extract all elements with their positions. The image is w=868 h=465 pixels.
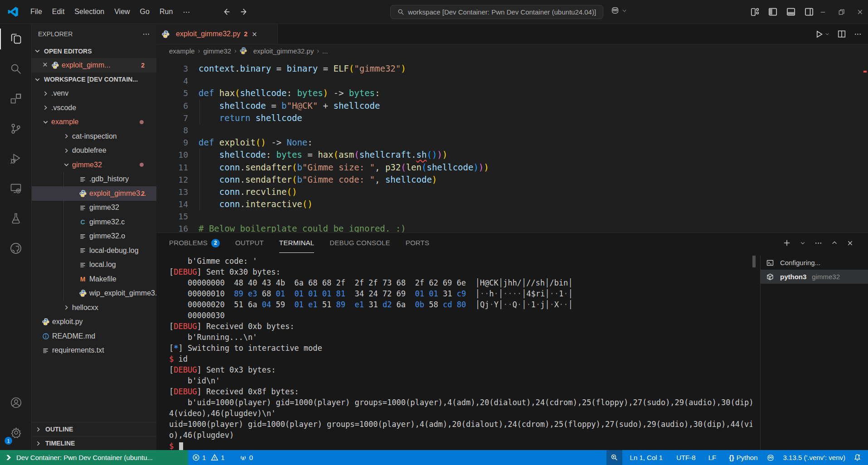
code-line-15[interactable]: 15 bbox=[156, 210, 868, 223]
menu-go[interactable]: Go bbox=[135, 5, 155, 19]
encoding-indicator[interactable]: UTF-8 bbox=[672, 450, 700, 465]
code-line-14[interactable]: 14 conn.interactive() bbox=[156, 198, 868, 210]
settings-gear-icon[interactable]: 1 bbox=[0, 417, 32, 447]
code-line-6[interactable]: 6 shellcode = b"H@CK" + shellcode bbox=[156, 100, 868, 112]
code-line-3[interactable]: 3context.binary = binary = ELF("gimme32"… bbox=[156, 63, 868, 75]
toggle-primary-sidebar-icon[interactable] bbox=[768, 7, 777, 16]
code-line-10[interactable]: 10 shellcode: bytes = hax(asm(shellcraft… bbox=[156, 149, 868, 161]
tree-item-vscode[interactable]: .vscode bbox=[32, 101, 156, 115]
menu-view[interactable]: View bbox=[109, 5, 135, 19]
new-terminal-icon[interactable] bbox=[783, 239, 791, 247]
tree-item-exploit-py[interactable]: exploit.py bbox=[32, 315, 156, 329]
customize-layout-icon[interactable] bbox=[751, 8, 759, 16]
code-line-4[interactable]: 4 bbox=[156, 75, 868, 87]
panel-tab-ports[interactable]: PORTS bbox=[406, 233, 429, 253]
code-line-11[interactable]: 11 conn.sendafter(b"Gimme size: ", p32(l… bbox=[156, 161, 868, 174]
menu-[interactable]: ⋯ bbox=[178, 5, 195, 19]
account-icon[interactable] bbox=[0, 388, 32, 417]
tree-item-readme-md[interactable]: README.md bbox=[32, 329, 156, 344]
code-line-7[interactable]: 7 return shellcode bbox=[156, 112, 868, 124]
terminal-output[interactable]: b'Gimme code: '[DEBUG] Sent 0x30 bytes: … bbox=[156, 256, 752, 450]
code-editor[interactable]: 3context.binary = binary = ELF("gimme32"… bbox=[156, 57, 868, 232]
panel-tab-debug-console[interactable]: DEBUG CONSOLE bbox=[330, 233, 390, 253]
section-outline[interactable]: OUTLINE bbox=[32, 422, 156, 436]
menu-selection[interactable]: Selection bbox=[69, 5, 109, 19]
back-arrow-icon[interactable] bbox=[222, 7, 231, 16]
restore-window-icon[interactable] bbox=[838, 9, 845, 15]
copilot-menu[interactable] bbox=[610, 5, 627, 15]
tree-item-gimme32-c[interactable]: Cgimme32.c bbox=[32, 215, 156, 229]
activity-search-icon[interactable] bbox=[0, 54, 32, 84]
tree-item-wip-exploit-gimme3[interactable]: wip_exploit_gimme3... bbox=[32, 286, 156, 301]
tree-item-cat-inspection[interactable]: cat-inspection bbox=[32, 129, 156, 144]
close-window-icon[interactable] bbox=[857, 9, 863, 15]
panel-tab-terminal[interactable]: TERMINAL bbox=[279, 233, 314, 253]
section-timeline[interactable]: TIMELINE bbox=[32, 436, 156, 450]
tree-item-gdb-history[interactable]: .gdb_history bbox=[32, 172, 156, 187]
toggle-panel-icon[interactable] bbox=[786, 7, 795, 16]
tree-item-makefile[interactable]: MMakefile bbox=[32, 272, 156, 286]
tree-item-gimme32[interactable]: gimme32 bbox=[32, 158, 156, 172]
editor-more-actions-icon[interactable] bbox=[854, 30, 862, 38]
tree-item-example[interactable]: example bbox=[32, 115, 156, 130]
tab-exploit-gimme32[interactable]: exploit_gimme32.py 2 bbox=[156, 24, 278, 44]
code-line-5[interactable]: 5def hax(shellcode: bytes) -> bytes: bbox=[156, 87, 868, 99]
activity-extensions-icon[interactable] bbox=[0, 84, 32, 114]
open-editors-header[interactable]: OPEN EDITORS bbox=[32, 44, 156, 58]
run-python-file-button[interactable] bbox=[815, 30, 829, 39]
tree-item-hellocxx[interactable]: hellocxx bbox=[32, 300, 156, 315]
activity-github-icon[interactable] bbox=[0, 233, 32, 263]
terminal-instance-python3[interactable]: $python3gimme32 bbox=[761, 270, 868, 284]
tree-item-local-debug-log[interactable]: local-debug.log bbox=[32, 243, 156, 258]
tree-item-doublefree[interactable]: doublefree bbox=[32, 144, 156, 158]
minimize-window-icon[interactable] bbox=[820, 9, 826, 15]
terminal-scrollbar[interactable] bbox=[752, 256, 756, 267]
activity-explorer-icon[interactable] bbox=[0, 24, 32, 54]
activity-source-control-icon[interactable] bbox=[0, 114, 32, 144]
panel-tab-output[interactable]: OUTPUT bbox=[235, 233, 264, 253]
remote-indicator[interactable]: Dev Container: Pwn Dev Container (ubuntu… bbox=[0, 450, 188, 465]
notifications-bell[interactable] bbox=[849, 450, 865, 465]
python-interpreter[interactable]: 3.13.5 ('.venv': venv) bbox=[779, 450, 849, 465]
panel-more-actions-icon[interactable] bbox=[815, 239, 822, 247]
tree-item-requirements-txt[interactable]: requirements.txt bbox=[32, 344, 156, 358]
breadcrumb-item[interactable]: exploit_gimme32.py bbox=[253, 47, 314, 55]
activity-remote-explorer-icon[interactable] bbox=[0, 174, 32, 203]
breadcrumb-item[interactable]: example bbox=[169, 47, 195, 55]
explorer-more-actions-icon[interactable] bbox=[142, 30, 150, 38]
tree-item-venv[interactable]: .venv bbox=[32, 87, 156, 101]
tree-item-local-log[interactable]: local.log bbox=[32, 258, 156, 272]
activity-testing-icon[interactable] bbox=[0, 203, 32, 233]
toggle-secondary-sidebar-icon[interactable] bbox=[805, 7, 814, 16]
terminal-launch-chevron-icon[interactable] bbox=[800, 240, 805, 246]
close-editor-icon[interactable] bbox=[42, 61, 49, 69]
menu-edit[interactable]: Edit bbox=[47, 5, 70, 19]
code-line-13[interactable]: 13 conn.recvline() bbox=[156, 186, 868, 198]
breadcrumb-item[interactable]: ... bbox=[322, 47, 328, 55]
forward-arrow-icon[interactable] bbox=[239, 7, 248, 16]
code-line-12[interactable]: 12 conn.sendafter(b"Gimme code: ", shell… bbox=[156, 174, 868, 186]
split-editor-icon[interactable] bbox=[838, 30, 846, 38]
terminal-instance-configuring-[interactable]: Configuring... bbox=[761, 256, 868, 270]
tree-item-gimme32-o[interactable]: gimme32.o bbox=[32, 229, 156, 244]
close-panel-icon[interactable] bbox=[847, 240, 853, 247]
copilot-status[interactable] bbox=[762, 450, 779, 465]
problems-status[interactable]: 1 1 bbox=[188, 450, 229, 465]
cursor-position[interactable]: Ln 1, Col 1 bbox=[626, 450, 667, 465]
code-line-9[interactable]: 9def exploit() -> None: bbox=[156, 136, 868, 149]
breadcrumb[interactable]: example›gimme32›exploit_gimme32.py›... bbox=[156, 44, 868, 57]
tree-item-exploit-gimme3[interactable]: exploit_gimme3...2 bbox=[32, 186, 156, 201]
menu-run[interactable]: Run bbox=[155, 5, 178, 19]
menu-file[interactable]: File bbox=[25, 5, 47, 19]
tree-item-gimme32[interactable]: gimme32 bbox=[32, 201, 156, 215]
tab-close-icon[interactable] bbox=[251, 31, 258, 38]
command-center-search[interactable]: workspace [Dev Container: Pwn Dev Contai… bbox=[390, 5, 603, 19]
language-mode[interactable]: {} Python bbox=[725, 450, 761, 465]
code-line-8[interactable]: 8 bbox=[156, 124, 868, 136]
code-line-16[interactable]: 16# Below boilerplate could be ignored. … bbox=[156, 223, 868, 232]
maximize-panel-icon[interactable] bbox=[831, 240, 838, 246]
panel-tab-problems[interactable]: PROBLEMS2 bbox=[169, 233, 220, 253]
breadcrumb-item[interactable]: gimme32 bbox=[203, 47, 231, 55]
eol-indicator[interactable]: LF bbox=[704, 450, 721, 465]
activity-run-debug-icon[interactable] bbox=[0, 144, 32, 174]
